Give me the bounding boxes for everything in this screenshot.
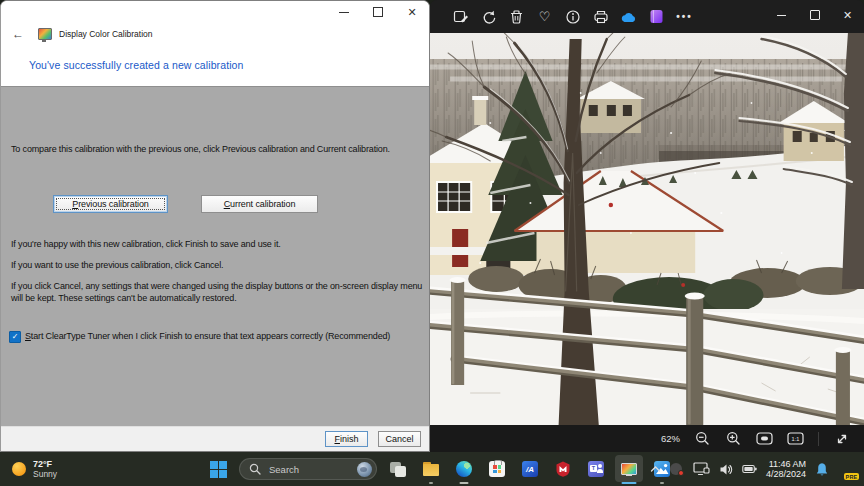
fit-to-window-icon bbox=[756, 432, 773, 445]
task-view-icon bbox=[390, 462, 406, 477]
heart-icon: ♡ bbox=[539, 10, 551, 23]
teams-icon: T bbox=[588, 461, 604, 477]
sun-icon bbox=[12, 462, 26, 476]
date: 4/28/2024 bbox=[766, 469, 806, 479]
taskbar-teams[interactable]: T bbox=[584, 452, 608, 486]
weather-widget[interactable]: 72°F Sunny bbox=[12, 452, 57, 486]
photo-winter-scene bbox=[430, 33, 864, 425]
current-calibration-button[interactable]: Current calibration bbox=[201, 195, 318, 213]
zoom-in-button[interactable] bbox=[725, 430, 742, 447]
chevron-up-icon bbox=[650, 465, 661, 473]
taskbar: 72°F Sunny /A bbox=[0, 452, 864, 486]
weather-temperature: 72°F bbox=[33, 459, 57, 469]
clipchamp-icon bbox=[649, 9, 664, 24]
zoom-out-button[interactable] bbox=[694, 430, 711, 447]
clipchamp-button[interactable] bbox=[648, 8, 665, 25]
print-button[interactable] bbox=[592, 8, 609, 25]
fullscreen-icon bbox=[835, 432, 849, 446]
notifications-button[interactable] bbox=[815, 462, 829, 477]
close-button[interactable]: ✕ bbox=[831, 0, 864, 30]
edge-icon bbox=[456, 461, 472, 477]
taskbar-mcafee[interactable] bbox=[551, 452, 575, 486]
search-input[interactable] bbox=[267, 463, 357, 476]
battery-button[interactable] bbox=[742, 464, 757, 474]
copilot-button[interactable]: PRE bbox=[838, 459, 856, 479]
onedrive-cloud-icon bbox=[620, 10, 637, 24]
photo-canvas[interactable] bbox=[430, 33, 864, 425]
copilot-preview-badge: PRE bbox=[844, 473, 859, 480]
clock[interactable]: 11:46 AM 4/28/2024 bbox=[766, 459, 806, 479]
rotate-icon bbox=[481, 9, 497, 25]
cancel-button[interactable]: Cancel bbox=[378, 431, 421, 447]
finish-hint-text: If you're happy with this new calibratio… bbox=[11, 238, 281, 250]
zoom-out-icon bbox=[695, 431, 710, 446]
favorite-button[interactable]: ♡ bbox=[536, 8, 553, 25]
print-icon bbox=[593, 9, 609, 25]
taskbar-edge[interactable] bbox=[452, 452, 476, 486]
rotate-button[interactable] bbox=[480, 8, 497, 25]
maximize-button[interactable] bbox=[361, 1, 395, 23]
file-info-button[interactable] bbox=[564, 8, 581, 25]
microsoft-store-icon bbox=[489, 461, 505, 477]
time: 11:46 AM bbox=[766, 459, 806, 469]
calibration-window: ✕ ← Display Color Calibration You've suc… bbox=[0, 0, 430, 452]
display-tray-icon bbox=[693, 462, 710, 476]
search-icon bbox=[249, 463, 261, 475]
cleartype-checkbox[interactable]: ✓ bbox=[9, 331, 21, 343]
speaker-icon bbox=[719, 463, 733, 476]
volume-button[interactable] bbox=[719, 463, 733, 476]
zoom-level: 62% bbox=[661, 433, 680, 444]
display-tray-button[interactable] bbox=[693, 462, 710, 476]
photos-statusbar: 62% 1:1 bbox=[430, 425, 864, 452]
zoom-in-icon bbox=[726, 431, 741, 446]
taskbar-microsoft-store[interactable] bbox=[485, 452, 509, 486]
edit-image-button[interactable] bbox=[452, 8, 469, 25]
cancel-warning-text: If you click Cancel, any settings that w… bbox=[11, 280, 425, 304]
taskbar-file-explorer[interactable] bbox=[419, 452, 443, 486]
finish-button[interactable]: Finish bbox=[325, 431, 368, 447]
battery-icon bbox=[742, 464, 757, 474]
task-view-button[interactable] bbox=[386, 452, 410, 486]
statusbar-divider bbox=[818, 432, 819, 446]
search-box[interactable] bbox=[239, 458, 377, 480]
save-to-onedrive-button[interactable] bbox=[620, 8, 637, 25]
back-button[interactable]: ← bbox=[10, 27, 26, 41]
see-more-button[interactable]: ••• bbox=[676, 8, 693, 25]
minimize-button[interactable] bbox=[765, 0, 798, 30]
display-calibration-icon bbox=[621, 463, 637, 476]
photos-window: ♡ ••• ✕ bbox=[430, 0, 864, 452]
minimize-icon bbox=[339, 12, 349, 13]
actual-size-button[interactable]: 1:1 bbox=[787, 430, 804, 447]
intro-text: To compare this calibration with the pre… bbox=[11, 143, 390, 155]
back-arrow-icon: ← bbox=[12, 27, 24, 41]
minimize-button[interactable] bbox=[327, 1, 361, 23]
actual-size-icon: 1:1 bbox=[787, 432, 804, 445]
running-indicator bbox=[429, 482, 433, 484]
start-button[interactable] bbox=[206, 452, 230, 486]
fit-to-window-button[interactable] bbox=[756, 430, 773, 447]
taskbar-myasus[interactable]: /A bbox=[518, 452, 542, 486]
bing-daily-image-icon[interactable] bbox=[357, 462, 372, 477]
close-icon: ✕ bbox=[843, 9, 852, 22]
wizard-footer: Finish Cancel bbox=[1, 426, 429, 451]
myasus-icon: /A bbox=[522, 461, 538, 477]
bell-icon bbox=[815, 462, 829, 477]
calibration-body: To compare this calibration with the pre… bbox=[1, 86, 429, 427]
calibration-titlebar: ✕ bbox=[1, 1, 429, 23]
maximize-icon bbox=[373, 7, 383, 17]
cancel-hint-text: If you want to use the previous calibrat… bbox=[11, 259, 223, 271]
active-app-underline bbox=[622, 482, 637, 485]
hidden-icons-button[interactable] bbox=[650, 465, 661, 473]
alert-badge bbox=[678, 470, 684, 476]
minimize-icon bbox=[777, 15, 786, 16]
delete-button[interactable] bbox=[508, 8, 525, 25]
windows-logo-icon bbox=[210, 461, 227, 478]
maximize-icon bbox=[810, 10, 820, 20]
cleartype-checkbox-label[interactable]: Start ClearType Tuner when I click Finis… bbox=[25, 331, 390, 342]
previous-calibration-button[interactable]: Previous calibration bbox=[53, 195, 168, 213]
maximize-button[interactable] bbox=[798, 0, 831, 30]
taskbar-display-calibration-active[interactable] bbox=[617, 452, 641, 486]
mcafee-tray-button[interactable] bbox=[670, 462, 684, 476]
close-button[interactable]: ✕ bbox=[395, 1, 429, 23]
fullscreen-button[interactable] bbox=[833, 430, 850, 447]
